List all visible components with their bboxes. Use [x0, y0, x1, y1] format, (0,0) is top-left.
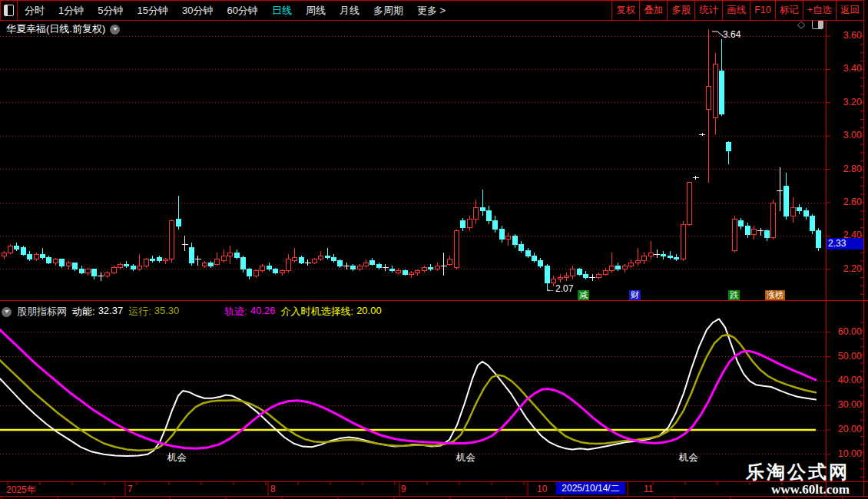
candle-body	[577, 269, 581, 275]
candle-body	[331, 258, 336, 261]
date-axis-label: 8	[270, 484, 276, 494]
candle-body	[41, 254, 45, 257]
candle-body	[273, 269, 278, 273]
period-tab[interactable]: 多周期	[366, 1, 410, 20]
candle-body	[105, 273, 110, 276]
candle-body	[28, 254, 32, 259]
candle-body	[111, 268, 116, 273]
candle-body	[584, 274, 588, 277]
candle-body	[151, 259, 155, 261]
signal-label: 机会	[167, 451, 187, 464]
tool-button[interactable]: 标记	[775, 1, 803, 20]
indicator-field-value: 20.00	[356, 305, 382, 319]
period-tab[interactable]: 月线	[333, 1, 366, 20]
candle-body	[92, 269, 97, 276]
event-badge[interactable]: 财	[629, 290, 641, 300]
candle-body	[351, 266, 356, 269]
candle-body	[668, 256, 672, 257]
candle-body	[364, 263, 369, 266]
tool-button[interactable]: 叠加	[639, 1, 667, 20]
candle-body	[790, 208, 795, 216]
candle-body	[338, 261, 343, 266]
indicator-axis-label: 40.00	[828, 375, 862, 385]
tool-button[interactable]: 多股	[667, 1, 694, 20]
period-tab[interactable]: 1分钟	[51, 1, 91, 20]
tool-button[interactable]: 画线	[722, 1, 750, 20]
candle-body	[370, 261, 375, 264]
candle-body	[803, 211, 808, 216]
period-tab[interactable]: 周线	[299, 1, 333, 20]
candle-body	[164, 259, 168, 261]
event-badge[interactable]: 涨榜	[765, 290, 785, 300]
date-axis-label: 11	[644, 484, 653, 494]
period-tab[interactable]: 30分钟	[175, 1, 220, 20]
price-axis-label: 3.20	[828, 97, 862, 107]
period-tab[interactable]: 日线	[265, 1, 299, 20]
candle-body	[34, 254, 38, 259]
candle-body	[454, 231, 459, 268]
candle-body	[403, 271, 407, 274]
candle-body	[635, 261, 640, 263]
candle-body	[85, 269, 90, 273]
candle-body	[525, 251, 530, 256]
candle-body	[118, 264, 123, 267]
indicator-chevron-icon[interactable]	[2, 307, 12, 317]
indicator-field-label: 轨迹:	[224, 305, 247, 319]
candle-body	[253, 271, 258, 276]
candle-body	[571, 269, 575, 276]
candle-body	[545, 266, 549, 283]
tool-button[interactable]: F10	[750, 1, 775, 20]
period-tab[interactable]: 15分钟	[130, 1, 174, 20]
candle-body	[480, 208, 485, 211]
event-badge[interactable]: 减	[578, 290, 589, 300]
tool-button[interactable]: 复权	[611, 1, 639, 20]
date-axis-label: 9	[401, 484, 406, 494]
candle-body	[609, 266, 614, 271]
chevron-down-icon[interactable]	[110, 25, 120, 35]
candle-body	[687, 183, 692, 224]
signal-label: 机会	[679, 451, 698, 464]
candle-body	[784, 186, 789, 216]
candle-body	[674, 258, 679, 259]
candle-body	[325, 256, 330, 257]
candle-body	[538, 261, 543, 266]
candle-body	[726, 143, 731, 151]
layout-toggle-button[interactable]	[1, 1, 18, 20]
candle-body	[234, 253, 239, 258]
period-tab[interactable]: 更多 >	[410, 1, 452, 20]
price-axis-label: 3.00	[828, 130, 862, 140]
candle-body	[642, 256, 647, 261]
candle-body	[21, 248, 25, 255]
toolbar: 分时1分钟5分钟15分钟30分钟60分钟日线周线月线多周期更多 > 复权叠加多股…	[0, 0, 864, 21]
candle-body	[286, 259, 290, 271]
candle-body	[376, 264, 381, 267]
candle-body	[73, 263, 78, 269]
chart-canvas[interactable]	[0, 0, 868, 499]
period-tab[interactable]: 60分钟	[220, 1, 264, 20]
candle-body	[8, 246, 12, 253]
candle-body	[616, 266, 621, 269]
candle-body	[707, 86, 711, 109]
candle-body	[467, 220, 472, 228]
candle-body	[429, 268, 433, 269]
chart-title: 华夏幸福(日线.前复权)	[6, 22, 105, 36]
candle-body	[474, 208, 479, 220]
candle-body	[558, 278, 562, 279]
candle-body	[745, 226, 750, 234]
event-badge[interactable]: 跌	[728, 290, 740, 300]
candle-body	[771, 203, 776, 238]
candle-body	[208, 263, 213, 266]
title-row: 华夏幸福(日线.前复权)	[6, 22, 120, 36]
indicator-axis-label: 20.00	[828, 424, 862, 435]
period-tab[interactable]: 分时	[18, 1, 51, 20]
date-axis-label: 7	[128, 484, 133, 494]
candle-body	[597, 274, 601, 277]
tool-button[interactable]: 统计	[694, 1, 722, 20]
last-price-badge: 2.33	[827, 238, 863, 250]
indicator-field-label: 运行:	[128, 305, 151, 319]
tool-button[interactable]: 返回	[836, 1, 863, 20]
period-tab[interactable]: 5分钟	[91, 1, 130, 20]
tool-button[interactable]: +自选	[803, 1, 836, 20]
window-icon[interactable]	[812, 20, 823, 29]
candle-body	[532, 256, 536, 261]
